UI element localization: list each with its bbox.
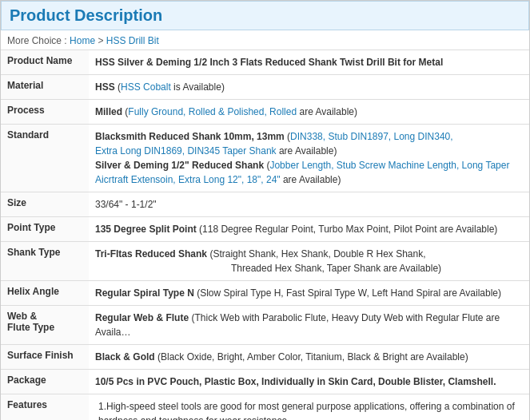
label-point-type: Point Type <box>1 217 89 242</box>
breadcrumb: More Choice : Home > HSS Drill Bit <box>1 32 529 50</box>
label-process: Process <box>1 100 89 125</box>
material-bold: HSS <box>95 81 115 93</box>
table-row: Product Name HSS Silver & Deming 1/2 Inc… <box>1 50 529 75</box>
standard-blacksmith-rest: (DIN338, Stub DIN1897, Long DIN340, <box>287 131 452 142</box>
product-description-container: Product Description More Choice : Home >… <box>0 0 530 420</box>
label-features: Features <box>1 394 89 421</box>
standard-line2-cont: Aicrtraft Extensoin, Extra Long 12", 18"… <box>95 172 523 187</box>
value-material: HSS (HSS Cobalt is Available) <box>89 75 529 100</box>
breadcrumb-sep: > <box>95 35 103 46</box>
shank-type-cont: Threaded Hex Shank, Taper Shank are Avai… <box>95 263 441 274</box>
page-title: Product Description <box>1 1 529 30</box>
label-standard: Standard <box>1 125 89 192</box>
shank-type-bold: Tri-Fltas Reduced Shank <box>95 248 207 260</box>
breadcrumb-home-link[interactable]: Home <box>70 35 95 46</box>
table-row: Package 10/5 Pcs in PVC Pouch, Plastic B… <box>1 370 529 394</box>
table-row: Point Type 135 Degree Split Point (118 D… <box>1 217 529 242</box>
label-size: Size <box>1 192 89 217</box>
label-surface-finish: Surface Finish <box>1 345 89 370</box>
standard-blacksmith-cont: Extra Long DIN1869, DIN345 Taper Shank <box>95 145 277 157</box>
value-shank-type: Tri-Fltas Reduced Shank (Straight Shank,… <box>89 242 529 281</box>
label-web-flute: Web &Flute Type <box>1 306 89 345</box>
value-standard: Blacksmith Reduced Shank 10mm, 13mm (DIN… <box>89 125 529 192</box>
helix-angle-rest: (Slow Spiral Type H, Fast Spiral Type W,… <box>197 287 501 299</box>
breadcrumb-category-link[interactable]: HSS Drill Bit <box>106 35 159 46</box>
shank-type-rest: (Straight Shank, Hex Shank, Double R Hex… <box>209 248 425 260</box>
feature-1: 1.High-speed steel tools are good for mo… <box>98 399 523 420</box>
table-row: Size 33/64" - 1-1/2" <box>1 192 529 217</box>
value-helix-angle: Regular Spiral Type N (Slow Spiral Type … <box>89 281 529 306</box>
standard-line2: Silver & Deming 1/2" Reduced Shank (Jobb… <box>95 158 523 172</box>
table-row: Web &Flute Type Regular Web & Flute (Thi… <box>1 306 529 345</box>
process-rest: (Fully Ground, Rolled & Polished, Rolled… <box>125 106 357 117</box>
value-process: Milled (Fully Ground, Rolled & Polished,… <box>89 100 529 125</box>
table-row: Standard Blacksmith Reduced Shank 10mm, … <box>1 125 529 192</box>
label-helix-angle: Helix Angle <box>1 281 89 306</box>
table-row: Shank Type Tri-Fltas Reduced Shank (Stra… <box>1 242 529 281</box>
value-size: 33/64" - 1-1/2" <box>89 192 529 217</box>
surface-finish-bold: Black & Gold <box>95 351 155 363</box>
table-row: Material HSS (HSS Cobalt is Available) <box>1 75 529 100</box>
table-row: Features 1.High-speed steel tools are go… <box>1 394 529 421</box>
helix-angle-bold: Regular Spiral Type N <box>95 287 194 299</box>
material-rest: (HSS Cobalt is Available) <box>118 81 225 93</box>
value-surface-finish: Black & Gold (Black Oxide, Bright, Amber… <box>89 345 529 370</box>
standard-silver-bold: Silver & Deming 1/2" Reduced Shank <box>95 160 264 171</box>
point-type-rest: (118 Degree Regular Point, Turbo Max Poi… <box>199 224 497 235</box>
spec-table: Product Name HSS Silver & Deming 1/2 Inc… <box>1 50 529 420</box>
standard-line1: Blacksmith Reduced Shank 10mm, 13mm (DIN… <box>95 129 523 144</box>
value-point-type: 135 Degree Split Point (118 Degree Regul… <box>89 217 529 242</box>
web-flute-bold: Regular Web & Flute <box>95 312 189 323</box>
value-features: 1.High-speed steel tools are good for mo… <box>89 394 529 421</box>
breadcrumb-label: More Choice : <box>7 35 67 46</box>
standard-line1-cont: Extra Long DIN1869, DIN345 Taper Shank a… <box>95 144 523 158</box>
point-type-bold: 135 Degree Split Point <box>95 224 197 235</box>
features-list: 1.High-speed steel tools are good for mo… <box>95 399 523 420</box>
process-bold: Milled <box>95 106 122 117</box>
table-row: Helix Angle Regular Spiral Type N (Slow … <box>1 281 529 306</box>
surface-finish-rest: (Black Oxide, Bright, Amber Color, Titan… <box>157 351 468 363</box>
label-shank-type: Shank Type <box>1 242 89 281</box>
package-text: 10/5 Pcs in PVC Pouch, Plastic Box, Indi… <box>95 376 496 387</box>
label-package: Package <box>1 370 89 394</box>
standard-silver-rest: (Jobber Length, Stub Screw Machine Lengt… <box>266 160 509 171</box>
value-product-name: HSS Silver & Deming 1/2 Inch 3 Flats Red… <box>89 50 529 75</box>
value-package: 10/5 Pcs in PVC Pouch, Plastic Box, Indi… <box>89 370 529 394</box>
table-row: Surface Finish Black & Gold (Black Oxide… <box>1 345 529 370</box>
label-product-name: Product Name <box>1 50 89 75</box>
value-web-flute: Regular Web & Flute (Thick Web with Para… <box>89 306 529 345</box>
table-row: Process Milled (Fully Ground, Rolled & P… <box>1 100 529 125</box>
standard-blacksmith-bold: Blacksmith Reduced Shank 10mm, 13mm <box>95 131 285 142</box>
label-material: Material <box>1 75 89 100</box>
standard-silver-cont: Aicrtraft Extensoin, Extra Long 12", 18"… <box>95 174 281 185</box>
product-name-text: HSS Silver & Deming 1/2 Inch 3 Flats Red… <box>95 57 443 68</box>
